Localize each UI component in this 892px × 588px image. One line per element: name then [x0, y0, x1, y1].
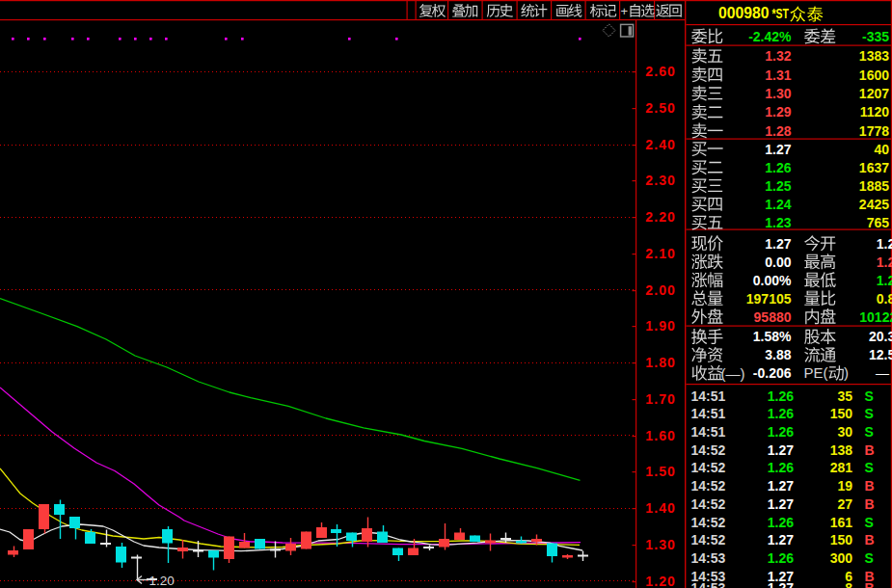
svg-text:1778: 1778: [859, 123, 889, 139]
svg-text:14:52: 14:52: [691, 496, 726, 512]
svg-text:1.27: 1.27: [765, 236, 791, 252]
svg-text:138: 138: [830, 442, 853, 458]
svg-text:1.26: 1.26: [765, 160, 791, 175]
svg-text:197105: 197105: [746, 291, 792, 307]
svg-text:14:52: 14:52: [691, 532, 726, 548]
svg-text:2.30: 2.30: [645, 173, 676, 188]
svg-text:1.26: 1.26: [768, 550, 794, 566]
svg-text:30: 30: [837, 424, 852, 440]
svg-text:1.27: 1.27: [768, 496, 794, 512]
svg-text:2425: 2425: [859, 197, 889, 212]
svg-text:1.26: 1.26: [877, 273, 892, 288]
svg-text:150: 150: [830, 532, 853, 548]
svg-text:0.00%: 0.00%: [753, 273, 792, 288]
svg-text:150: 150: [830, 406, 853, 421]
svg-text:1.27: 1.27: [765, 142, 791, 157]
svg-text:2.60: 2.60: [645, 64, 676, 79]
svg-text:27: 27: [837, 496, 852, 512]
svg-text:20.34: 20.34: [869, 329, 892, 344]
svg-text:281: 281: [830, 460, 853, 475]
svg-text:14:51: 14:51: [691, 424, 726, 440]
svg-text:S: S: [865, 550, 874, 566]
svg-text:1.24: 1.24: [765, 197, 791, 212]
svg-text:S: S: [865, 406, 874, 421]
svg-text:1.40: 1.40: [645, 500, 676, 516]
svg-text:14:51: 14:51: [691, 388, 726, 404]
svg-text:B: B: [865, 478, 875, 494]
svg-text:1.50: 1.50: [645, 464, 676, 479]
svg-text:(—): (—): [721, 365, 745, 382]
svg-text:0.00: 0.00: [765, 254, 791, 270]
svg-text:2.00: 2.00: [645, 282, 676, 298]
svg-text:-335: -335: [862, 29, 889, 44]
svg-text:B: B: [865, 442, 875, 458]
svg-text:35: 35: [837, 388, 852, 404]
svg-text:161: 161: [830, 515, 853, 530]
svg-text:300: 300: [830, 550, 853, 566]
svg-text:1.30: 1.30: [765, 86, 791, 101]
svg-text:1.28: 1.28: [765, 123, 791, 139]
svg-text:1207: 1207: [859, 86, 889, 101]
svg-text:8: 8: [845, 580, 852, 588]
svg-text:1.27: 1.27: [768, 442, 794, 458]
svg-text:B: B: [865, 580, 875, 588]
svg-text:1120: 1120: [860, 104, 890, 120]
svg-text:1.29: 1.29: [765, 104, 791, 120]
svg-text:): ): [844, 364, 849, 381]
svg-text:14:53: 14:53: [691, 580, 726, 588]
svg-text:1600: 1600: [859, 67, 889, 83]
svg-text:1.30: 1.30: [645, 537, 676, 552]
svg-text:S: S: [865, 460, 874, 475]
svg-text:1.27: 1.27: [768, 580, 794, 588]
svg-text:2.10: 2.10: [645, 246, 676, 261]
svg-text:1.20: 1.20: [149, 574, 175, 588]
svg-text:1.25: 1.25: [765, 178, 791, 194]
svg-text:1885: 1885: [859, 178, 889, 194]
svg-text:3.88: 3.88: [765, 347, 791, 362]
svg-text:1.32: 1.32: [765, 48, 791, 64]
svg-text:19: 19: [837, 478, 852, 494]
svg-text:2.50: 2.50: [645, 100, 676, 116]
svg-text:S: S: [865, 388, 874, 404]
svg-text:1.20: 1.20: [645, 574, 676, 588]
svg-text:14:52: 14:52: [691, 442, 726, 458]
svg-text:14:52: 14:52: [691, 515, 726, 530]
svg-text:765: 765: [867, 215, 890, 230]
svg-text:1.80: 1.80: [645, 355, 676, 370]
svg-text:0.87: 0.87: [877, 291, 892, 307]
svg-text:B: B: [865, 496, 875, 512]
svg-text:1.26: 1.26: [768, 406, 794, 421]
svg-text:1.27: 1.27: [768, 532, 794, 548]
svg-text:2.20: 2.20: [645, 209, 676, 225]
svg-text:14:52: 14:52: [691, 478, 726, 494]
svg-text:B: B: [865, 532, 875, 548]
svg-text:+: +: [621, 4, 629, 18]
svg-text:1.58%: 1.58%: [753, 329, 792, 344]
svg-text:000980: 000980: [718, 5, 770, 21]
svg-text:PE(: PE(: [804, 364, 828, 381]
svg-text:—: —: [876, 365, 889, 381]
svg-text:1.28: 1.28: [877, 254, 892, 270]
svg-text:*ST: *ST: [772, 5, 790, 21]
svg-text:1.26: 1.26: [768, 460, 794, 475]
svg-text:1.31: 1.31: [765, 67, 791, 83]
svg-text:1.60: 1.60: [645, 428, 676, 443]
svg-text:1.27: 1.27: [877, 236, 892, 252]
svg-text:S: S: [865, 515, 874, 530]
svg-text:40: 40: [874, 142, 889, 157]
svg-text:1.23: 1.23: [765, 215, 791, 230]
svg-text:1.90: 1.90: [645, 318, 676, 334]
svg-text:12.54: 12.54: [869, 347, 892, 362]
svg-text:14:51: 14:51: [691, 406, 726, 421]
svg-text:-2.42%: -2.42%: [748, 29, 792, 44]
svg-text:1.26: 1.26: [768, 515, 794, 530]
svg-text:95880: 95880: [754, 309, 792, 325]
svg-text:14:53: 14:53: [691, 550, 726, 566]
svg-text:14:52: 14:52: [691, 460, 726, 475]
svg-text:1.26: 1.26: [768, 388, 794, 404]
svg-text:1.26: 1.26: [768, 424, 794, 440]
svg-text:101225: 101225: [859, 309, 892, 325]
svg-text:-0.206: -0.206: [753, 365, 792, 381]
svg-text:2.40: 2.40: [645, 137, 676, 152]
svg-text:S: S: [865, 424, 874, 440]
